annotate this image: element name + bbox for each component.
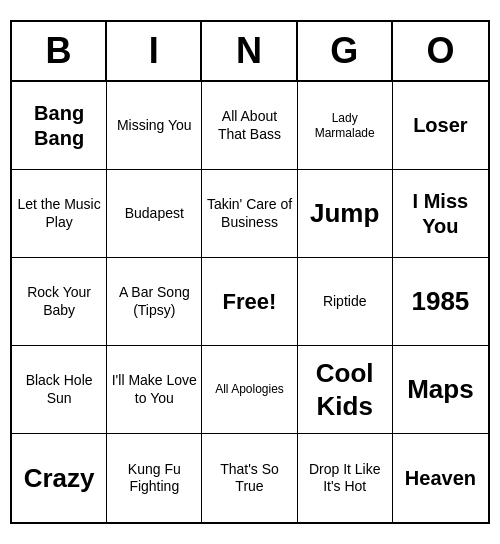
header-letter: N	[202, 22, 297, 80]
header-letter: G	[298, 22, 393, 80]
bingo-cell[interactable]: I Miss You	[393, 170, 488, 258]
bingo-card: BINGO Bang BangMissing YouAll About That…	[10, 20, 490, 524]
bingo-cell[interactable]: Black Hole Sun	[12, 346, 107, 434]
bingo-cell[interactable]: Crazy	[12, 434, 107, 522]
bingo-cell[interactable]: I'll Make Love to You	[107, 346, 202, 434]
bingo-cell[interactable]: Maps	[393, 346, 488, 434]
bingo-cell[interactable]: Missing You	[107, 82, 202, 170]
bingo-cell[interactable]: Takin' Care of Business	[202, 170, 297, 258]
bingo-cell[interactable]: Drop It Like It's Hot	[298, 434, 393, 522]
bingo-cell[interactable]: Cool Kids	[298, 346, 393, 434]
bingo-cell[interactable]: All Apologies	[202, 346, 297, 434]
bingo-cell[interactable]: A Bar Song (Tipsy)	[107, 258, 202, 346]
bingo-cell[interactable]: Free!	[202, 258, 297, 346]
bingo-cell[interactable]: That's So True	[202, 434, 297, 522]
header-letter: I	[107, 22, 202, 80]
bingo-cell[interactable]: 1985	[393, 258, 488, 346]
bingo-cell[interactable]: Riptide	[298, 258, 393, 346]
bingo-cell[interactable]: Kung Fu Fighting	[107, 434, 202, 522]
bingo-cell[interactable]: Rock Your Baby	[12, 258, 107, 346]
bingo-cell[interactable]: Let the Music Play	[12, 170, 107, 258]
bingo-cell[interactable]: Loser	[393, 82, 488, 170]
header-letter: B	[12, 22, 107, 80]
bingo-cell[interactable]: Budapest	[107, 170, 202, 258]
bingo-header: BINGO	[12, 22, 488, 82]
header-letter: O	[393, 22, 488, 80]
bingo-cell[interactable]: Lady Marmalade	[298, 82, 393, 170]
bingo-grid: Bang BangMissing YouAll About That BassL…	[12, 82, 488, 522]
bingo-cell[interactable]: Bang Bang	[12, 82, 107, 170]
bingo-cell[interactable]: All About That Bass	[202, 82, 297, 170]
bingo-cell[interactable]: Heaven	[393, 434, 488, 522]
bingo-cell[interactable]: Jump	[298, 170, 393, 258]
